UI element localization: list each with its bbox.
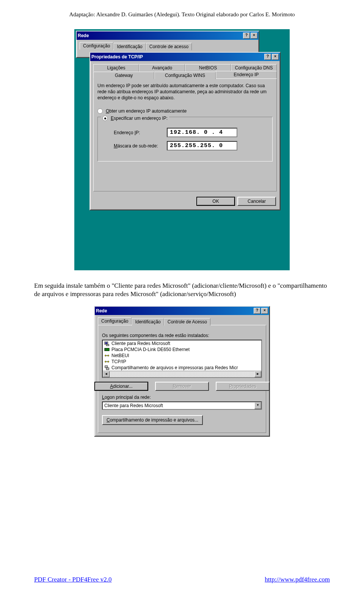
- tab-endereco-ip[interactable]: Endereço IP: [216, 71, 277, 78]
- tab-wins[interactable]: Configuração WINS: [154, 72, 215, 79]
- ok-button[interactable]: OK: [196, 197, 235, 206]
- tab-configuracao-back[interactable]: Configuração: [80, 42, 113, 50]
- svg-rect-11: [105, 366, 108, 368]
- file-print-sharing-button[interactable]: Compartilhamento de impressão e arquivos…: [102, 415, 203, 425]
- horizontal-scrollbar[interactable]: ◄ ►: [103, 371, 261, 377]
- tcpip-titlebar: Propriedades de TCP/IP ? ×: [90, 53, 280, 61]
- ip-explanation-text: Um endereço IP pode ser atribuído automa…: [97, 83, 273, 101]
- help-button[interactable]: ?: [254, 308, 260, 314]
- protocol-icon: [104, 359, 110, 364]
- tab-identificacao-back[interactable]: Identificação: [113, 43, 146, 50]
- components-list[interactable]: Cliente para Redes Microsoft Placa PCMCI…: [102, 340, 262, 378]
- radio-specify-label: Especificar um endereço IP:: [111, 116, 168, 121]
- scroll-left-icon[interactable]: ◄: [103, 371, 110, 377]
- svg-point-9: [105, 361, 107, 362]
- screenshot-2: Rede ? × Configuração Identificação Cont…: [34, 306, 330, 437]
- radio-auto-label: Obter um endereço IP automaticamente: [106, 108, 187, 114]
- logon-label: Logon principal da rede:: [102, 395, 262, 400]
- protocol-icon: [104, 353, 110, 358]
- close-button[interactable]: ×: [272, 54, 279, 60]
- chevron-down-icon[interactable]: ▼: [254, 402, 261, 409]
- list-item[interactable]: Cliente para Redes Microsoft: [103, 340, 261, 346]
- tcpip-title: Propriedades de TCP/IP: [91, 54, 143, 60]
- ip-address-label: Endereço IP:: [114, 130, 167, 135]
- client-icon: [104, 341, 110, 346]
- radio-auto-ip[interactable]: Obter um endereço IP automaticamente: [97, 108, 273, 114]
- svg-rect-4: [105, 349, 107, 350]
- subnet-mask-label: Máscara de sub-rede:: [114, 143, 167, 149]
- list-item[interactable]: NetBEUI: [103, 353, 261, 359]
- svg-rect-2: [106, 345, 109, 346]
- tab-netbios[interactable]: NetBIOS: [185, 64, 231, 72]
- rede-title: Rede: [78, 33, 89, 38]
- svg-rect-12: [106, 368, 109, 370]
- help-button[interactable]: ?: [243, 33, 250, 39]
- add-button[interactable]: Adicionar...: [94, 382, 148, 391]
- svg-point-7: [108, 355, 109, 356]
- svg-rect-1: [105, 342, 107, 344]
- list-item-label: Compartilhamento de arquivos e impressor…: [111, 365, 238, 370]
- network-card-icon: [104, 347, 110, 352]
- close-button[interactable]: ×: [251, 33, 257, 39]
- svg-point-10: [108, 361, 109, 362]
- help-button[interactable]: ?: [264, 54, 271, 60]
- list-item[interactable]: Placa PCMCIA D-Link DE650 Ethernet: [103, 346, 261, 353]
- rede2-titlebar: Rede ? ×: [95, 307, 269, 315]
- service-icon: [104, 365, 110, 370]
- components-caption: Os seguintes componentes da rede estão i…: [102, 333, 262, 338]
- remove-button: Remover: [155, 382, 209, 391]
- list-item-label: NetBEUI: [111, 353, 129, 358]
- instruction-paragraph: Em seguida instale também o "Cliente par…: [34, 282, 330, 298]
- footer-url[interactable]: http://www.pdf4free.com: [265, 576, 330, 583]
- list-item[interactable]: Compartilhamento de arquivos e impressor…: [103, 365, 261, 371]
- subnet-mask-input[interactable]: 255.255.255. 0: [167, 141, 237, 150]
- properties-button: Propriedades: [216, 382, 270, 391]
- tab-configuracao[interactable]: Configuração: [98, 317, 132, 325]
- screenshot-1: Rede ? × Configuração Identificação Cont…: [34, 29, 330, 270]
- radio-specify-ip[interactable]: Especificar um endereço IP:: [101, 116, 169, 121]
- tab-controle-back[interactable]: Controle de acesso: [146, 43, 192, 50]
- page-header: Adaptação: Alexandre D. Guimarães (Alede…: [34, 11, 330, 18]
- tab-identificacao[interactable]: Identificação: [132, 318, 164, 326]
- tab-dns[interactable]: Configuração DNS: [231, 64, 277, 72]
- logon-dropdown-value: Cliente para Redes Microsoft: [103, 402, 254, 409]
- tab-gateway[interactable]: Gateway: [93, 72, 154, 79]
- tab-ligacoes[interactable]: Ligações: [93, 64, 139, 72]
- close-button[interactable]: ×: [261, 308, 268, 314]
- tab-controle-acesso[interactable]: Controle de Acesso: [164, 318, 210, 326]
- list-item[interactable]: TCP/IP: [103, 359, 261, 365]
- list-item-label: TCP/IP: [111, 359, 126, 364]
- logon-dropdown[interactable]: Cliente para Redes Microsoft ▼: [102, 401, 262, 410]
- svg-point-6: [105, 355, 107, 356]
- scroll-right-icon[interactable]: ►: [254, 371, 261, 377]
- rede2-title: Rede: [96, 308, 107, 314]
- rede-titlebar: Rede ? ×: [77, 31, 259, 40]
- footer-creator[interactable]: PDF Creator - PDF4Free v2.0: [34, 576, 111, 583]
- cancel-button[interactable]: Cancelar: [237, 197, 276, 206]
- tab-avancado[interactable]: Avançado: [139, 64, 185, 72]
- list-item-label: Placa PCMCIA D-Link DE650 Ethernet: [111, 347, 190, 352]
- list-item-label: Cliente para Redes Microsoft: [111, 341, 170, 346]
- ip-address-input[interactable]: 192.168. 0 . 4: [167, 128, 237, 137]
